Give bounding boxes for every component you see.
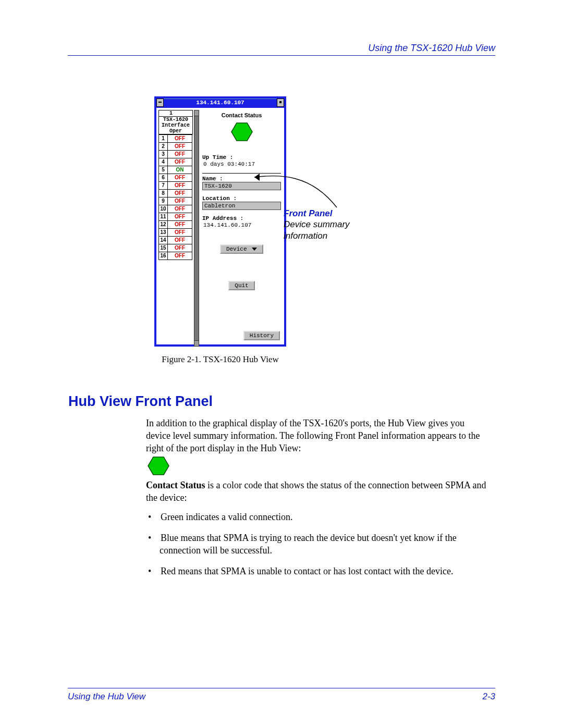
location-field[interactable]: Cabletron (202, 202, 281, 210)
contact-status-term: Contact Status (146, 480, 205, 490)
port-number: 16 (159, 252, 168, 260)
front-panel-info: Contact Status Up Time : 0 days 03:40:17… (202, 112, 281, 290)
port-status: OFF (168, 135, 192, 143)
document-page: Using the TSX-1620 Hub View 134.141.60.1… (0, 0, 563, 728)
location-label: Location : (202, 195, 281, 202)
list-item: Green indicates a valid connection. (156, 511, 490, 523)
port-number: 3 (159, 151, 168, 158)
port-number: 13 (159, 229, 168, 237)
table-row[interactable]: 16OFF (159, 252, 192, 260)
header-rule (68, 55, 495, 56)
port-table: 1OFF2OFF3OFF4OFF5ON6OFF7OFF8OFF9OFF10OFF… (158, 134, 192, 260)
table-row[interactable]: 1OFF (159, 135, 192, 143)
ip-label: IP Address : (202, 215, 281, 221)
contact-status-icon (202, 122, 281, 143)
port-status: OFF (168, 143, 192, 151)
window-menu-icon[interactable] (156, 98, 164, 107)
scroll-down-icon[interactable] (194, 340, 199, 347)
port-number: 9 (159, 198, 168, 205)
quit-button[interactable]: Quit (228, 281, 254, 290)
table-row[interactable]: 5ON (159, 166, 192, 174)
module-name: TSX-1620 (159, 117, 192, 122)
name-label: Name : (202, 176, 281, 182)
port-status: OFF (168, 229, 192, 237)
port-status: OFF (168, 252, 192, 260)
port-status: OFF (168, 151, 192, 158)
ip-value: 134.141.60.107 (202, 221, 281, 229)
history-button[interactable]: History (243, 331, 280, 340)
name-field[interactable]: TSX-1620 (202, 182, 281, 190)
footer-left: Using the Hub View (68, 692, 145, 702)
table-row[interactable]: 4OFF (159, 158, 192, 166)
table-row[interactable]: 7OFF (159, 182, 192, 190)
port-header: 1 TSX-1620 Interface Oper (158, 110, 193, 134)
device-menu-button[interactable]: Device (220, 244, 263, 254)
table-row[interactable]: 13OFF (159, 229, 192, 237)
scroll-up-icon[interactable] (194, 110, 199, 116)
port-status: OFF (168, 190, 192, 198)
port-status: OFF (168, 205, 192, 213)
hub-view-body: 1 TSX-1620 Interface Oper 1OFF2OFF3OFF4O… (156, 108, 284, 344)
table-row[interactable]: 3OFF (159, 151, 192, 158)
hub-view-window: 134.141.60.107 1 TSX-1620 Interface Oper… (154, 96, 286, 347)
table-row[interactable]: 14OFF (159, 237, 192, 244)
list-item: Red means that SPMA is unable to contact… (156, 565, 490, 577)
list-item: Blue means that SPMA is trying to reach … (156, 532, 490, 557)
svg-marker-0 (231, 123, 252, 141)
port-status: OFF (168, 244, 192, 252)
port-panel: 1 TSX-1620 Interface Oper 1OFF2OFF3OFF4O… (158, 110, 193, 260)
port-number: 10 (159, 205, 168, 213)
chevron-down-icon (252, 248, 257, 251)
status-bullet-list: Green indicates a valid connection. Blue… (156, 511, 490, 586)
svg-marker-2 (148, 457, 169, 475)
table-row[interactable]: 10OFF (159, 205, 192, 213)
page-header-title: Using the TSX-1620 Hub View (368, 43, 495, 54)
port-number: 7 (159, 182, 168, 190)
port-number: 6 (159, 174, 168, 182)
intro-paragraph: In addition to the graphical display of … (146, 417, 490, 454)
port-number: 12 (159, 221, 168, 229)
module-index: 1 (159, 110, 192, 117)
port-status: OFF (168, 213, 192, 221)
port-status: OFF (168, 221, 192, 229)
port-status: ON (168, 166, 192, 174)
table-row[interactable]: 6OFF (159, 174, 192, 182)
figure-caption: Figure 2-1. TSX-1620 Hub View (154, 354, 286, 365)
table-row[interactable]: 12OFF (159, 221, 192, 229)
interface-label: Interface (159, 122, 192, 128)
port-status: OFF (168, 158, 192, 166)
inline-hexagon-icon (147, 456, 170, 477)
port-number: 4 (159, 158, 168, 166)
port-number: 2 (159, 143, 168, 151)
port-status: OFF (168, 174, 192, 182)
port-status: OFF (168, 182, 192, 190)
port-number: 14 (159, 237, 168, 244)
port-number: 11 (159, 213, 168, 221)
scroll-track[interactable] (194, 116, 199, 340)
page-number: 2-3 (482, 692, 495, 702)
table-row[interactable]: 9OFF (159, 198, 192, 205)
port-status: OFF (168, 198, 192, 205)
annotation-line1: Device summary (284, 219, 350, 230)
section-heading: Hub View Front Panel (68, 393, 213, 410)
annotation-title: Front Panel (284, 208, 350, 219)
port-scrollbar[interactable] (194, 110, 199, 347)
table-row[interactable]: 11OFF (159, 213, 192, 221)
table-row[interactable]: 8OFF (159, 190, 192, 198)
contact-status-label: Contact Status (202, 112, 281, 118)
port-number: 8 (159, 190, 168, 198)
oper-label: Oper (159, 128, 192, 134)
annotation-line2: information (284, 230, 350, 242)
footer-rule (68, 688, 495, 688)
port-number: 5 (159, 166, 168, 174)
table-row[interactable]: 15OFF (159, 244, 192, 252)
front-panel-annotation: Front Panel Device summary information (284, 208, 350, 242)
window-title: 134.141.60.107 (164, 98, 277, 107)
device-button-label: Device (226, 246, 247, 252)
window-resize-icon[interactable] (277, 98, 284, 107)
port-number: 1 (159, 135, 168, 143)
table-row[interactable]: 2OFF (159, 143, 192, 151)
port-number: 15 (159, 244, 168, 252)
hub-view-figure: 134.141.60.107 1 TSX-1620 Interface Oper… (154, 96, 295, 347)
uptime-value: 0 days 03:40:17 (202, 161, 281, 168)
